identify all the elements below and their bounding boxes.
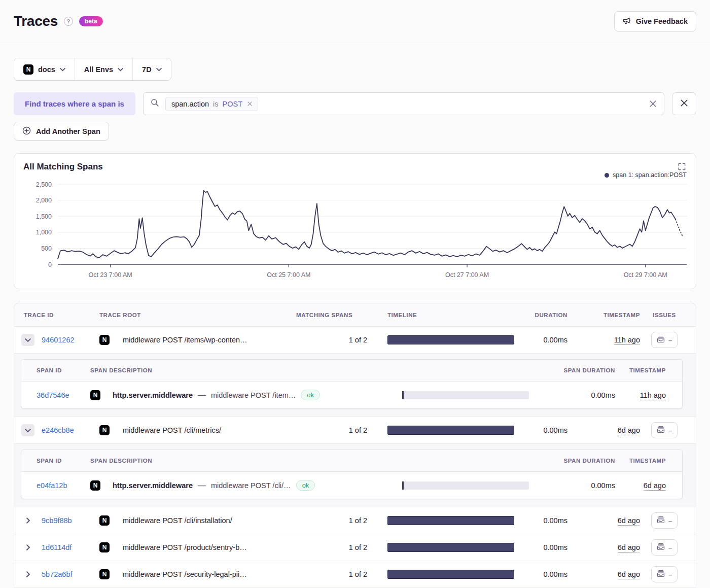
col-span-description: SPAN DESCRIPTION [90,367,402,373]
token-remove-icon[interactable] [247,100,252,108]
trace-timestamp[interactable]: 6d ago [618,426,640,435]
trace-row: 1d6114df N middleware POST /product/sent… [14,534,696,561]
span-separator: — [198,391,206,400]
span-op: http.server.middleware [113,481,193,490]
svg-text:Oct 29 7:00 AM: Oct 29 7:00 AM [624,271,667,279]
span-timestamp[interactable]: 11h ago [640,391,666,400]
plus-circle-icon [22,126,31,136]
expand-trace-icon[interactable] [21,514,34,527]
col-span-description: SPAN DESCRIPTION [90,458,402,464]
span-status-badge: ok [296,480,315,491]
trace-id-link[interactable]: 9cb9f88b [40,516,99,525]
span-timestamp[interactable]: 6d ago [644,481,666,491]
issues-count-dash: – [668,571,672,578]
issues-icon [657,335,665,344]
issues-button[interactable]: – [651,566,678,582]
trace-id-link[interactable]: 5b72a6bf [40,570,99,578]
search-icon [151,98,159,109]
trace-id-link[interactable]: 1d6114df [40,543,99,551]
trace-root-text: middleware POST /items/wp-conten… [123,336,296,344]
filter-token[interactable]: span.action is POST [165,97,258,111]
token-value[interactable]: POST [223,100,242,108]
matching-spans-count: 1 of 2 [296,570,367,578]
trace-timestamp[interactable]: 11h ago [614,336,640,345]
trace-timestamp[interactable]: 6d ago [618,570,640,579]
chevron-down-icon [118,67,123,72]
col-span-duration: SPAN DURATION [529,367,615,373]
clear-search-icon[interactable] [649,100,657,108]
environment-filter-label: All Envs [84,65,113,74]
trace-expansion: SPAN ID SPAN DESCRIPTION SPAN DURATION T… [14,444,696,507]
expand-trace-icon[interactable] [21,568,34,580]
issues-button[interactable]: – [651,539,678,556]
span-id-link[interactable]: 36d7546e [33,391,90,399]
trace-row: 94601262 N middleware POST /items/wp-con… [14,327,696,354]
span-description: middleware POST /cli/… [211,481,291,490]
nextjs-platform-icon: N [90,390,100,400]
spans-subtable-header: SPAN ID SPAN DESCRIPTION SPAN DURATION T… [21,360,682,382]
spans-subtable: SPAN ID SPAN DESCRIPTION SPAN DURATION T… [21,359,683,409]
feedback-label: Give Feedback [636,17,688,25]
trace-timestamp[interactable]: 6d ago [618,543,640,552]
chart-legend[interactable]: span 1: span.action:POST [23,171,687,179]
trace-row: 9cb9f88b N middleware POST /cli/installa… [14,507,696,534]
svg-text:Oct 23 7:00 AM: Oct 23 7:00 AM [89,271,132,279]
project-filter[interactable]: N docs [14,58,75,80]
issues-count-dash: – [668,544,672,551]
fullscreen-icon[interactable] [677,162,687,171]
issues-button[interactable]: – [651,332,678,348]
nextjs-platform-icon: N [23,64,33,75]
svg-text:0: 0 [48,261,52,268]
nextjs-platform-icon: N [99,425,110,435]
legend-series-label: span 1: span.action:POST [613,171,687,179]
give-feedback-button[interactable]: Give Feedback [614,11,696,31]
col-matching-spans: MATCHING SPANS [296,312,367,318]
remove-span-query-button[interactable] [672,92,696,115]
trace-timeline-bar [387,570,514,579]
project-filter-label: docs [38,65,55,74]
issues-button[interactable]: – [651,422,678,438]
trace-id-link[interactable]: e246cb8e [40,426,99,434]
issues-count-dash: – [668,427,672,434]
col-span-timestamp: TIMESTAMP [615,458,666,464]
nextjs-platform-icon: N [99,542,110,552]
trace-duration: 0.00ms [514,570,567,578]
issues-icon [657,543,665,552]
span-op: http.server.middleware [113,391,193,399]
trace-duration: 0.00ms [514,336,567,344]
svg-text:Oct 25 7:00 AM: Oct 25 7:00 AM [267,271,310,279]
span-duration: 0.00ms [529,391,615,399]
token-operator[interactable]: is [213,100,218,108]
collapse-trace-icon[interactable] [21,334,34,346]
add-span-label: Add Another Span [36,127,100,135]
add-another-span-button[interactable]: Add Another Span [14,122,109,141]
traces-table: TRACE ID TRACE ROOT MATCHING SPANS TIMEL… [14,303,696,588]
issues-button[interactable]: – [651,512,678,529]
trace-duration: 0.00ms [514,543,567,551]
col-timeline: TIMELINE [387,312,514,318]
trace-row: 5b72a6bf N middleware POST /security-leg… [14,561,696,588]
col-span-timestamp: TIMESTAMP [615,367,666,373]
collapse-trace-icon[interactable] [21,424,34,436]
trace-timestamp[interactable]: 6d ago [618,516,640,526]
environment-filter[interactable]: All Envs [75,58,132,80]
date-range-filter[interactable]: 7D [132,58,171,80]
chevron-down-icon [60,67,65,72]
expand-trace-icon[interactable] [21,541,34,554]
span-separator: — [198,481,206,490]
matching-spans-panel: All Matching Spans span 1: span.action:P… [14,153,696,289]
nextjs-platform-icon: N [99,335,110,345]
nextjs-platform-icon: N [99,515,110,526]
span-query-row: Find traces where a span is span.action … [14,92,696,115]
spans-subtable: SPAN ID SPAN DESCRIPTION SPAN DURATION T… [21,449,683,499]
span-search-input[interactable]: span.action is POST [143,92,664,115]
trace-id-link[interactable]: 94601262 [40,336,99,344]
trace-timeline-bar [387,516,514,525]
span-timeline-bar [402,391,529,399]
issues-icon [657,570,665,579]
span-id-link[interactable]: e04fa12b [33,481,90,490]
beta-badge: beta [79,16,103,26]
matching-spans-count: 1 of 2 [296,336,367,344]
help-icon[interactable]: ? [64,17,73,26]
svg-text:2,500: 2,500 [36,181,52,188]
